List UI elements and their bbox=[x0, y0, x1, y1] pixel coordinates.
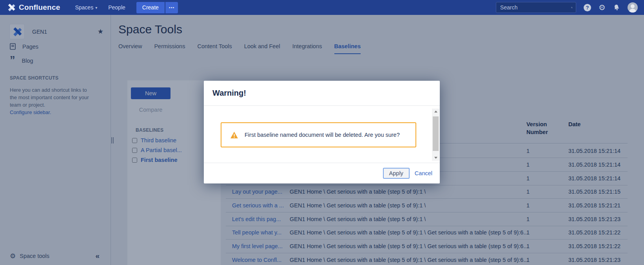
confluence-logo-icon bbox=[7, 3, 16, 12]
confluence-logo[interactable]: Confluence bbox=[7, 3, 60, 12]
dialog-title: Warning! bbox=[212, 89, 246, 98]
nav-spaces[interactable]: Spaces▾ bbox=[69, 0, 103, 15]
warning-message-box: First baseline named document will be de… bbox=[221, 122, 416, 147]
avatar-body-shape bbox=[629, 9, 636, 13]
dialog-footer: Apply Cancel bbox=[204, 163, 440, 183]
search-box[interactable] bbox=[496, 2, 576, 13]
dialog-body: First baseline named document will be de… bbox=[204, 106, 440, 163]
dialog-scrollbar[interactable] bbox=[432, 109, 439, 161]
scrollbar-thumb[interactable] bbox=[433, 116, 439, 151]
search-icon[interactable] bbox=[571, 5, 573, 11]
user-avatar[interactable] bbox=[628, 2, 638, 13]
more-button[interactable]: ••• bbox=[165, 2, 178, 13]
settings-gear-icon[interactable]: ⚙ bbox=[599, 4, 606, 11]
search-input[interactable] bbox=[500, 4, 571, 11]
confluence-app: Confluence Spaces▾ People Create ••• ? ⚙ bbox=[0, 0, 644, 265]
topbar-right-group: ? ⚙ bbox=[496, 2, 638, 13]
cancel-link[interactable]: Cancel bbox=[415, 170, 432, 176]
logo-text: Confluence bbox=[19, 3, 60, 12]
dialog-header: Warning! bbox=[204, 81, 440, 106]
create-button[interactable]: Create bbox=[136, 2, 165, 13]
notifications-bell-icon[interactable] bbox=[613, 4, 620, 11]
warning-message: First baseline named document will be de… bbox=[245, 132, 400, 138]
scroll-up-arrow-icon[interactable] bbox=[432, 109, 439, 114]
avatar-head-shape bbox=[631, 4, 635, 8]
nav-people[interactable]: People bbox=[103, 0, 131, 15]
top-navigation-bar: Confluence Spaces▾ People Create ••• ? ⚙ bbox=[0, 0, 644, 15]
warning-triangle-icon bbox=[230, 132, 238, 138]
apply-button[interactable]: Apply bbox=[383, 168, 410, 179]
scroll-down-arrow-icon[interactable] bbox=[432, 155, 439, 161]
help-icon[interactable]: ? bbox=[584, 4, 591, 11]
chevron-down-icon: ▾ bbox=[95, 5, 97, 10]
warning-dialog: Warning! First baseline named document w… bbox=[204, 81, 440, 183]
